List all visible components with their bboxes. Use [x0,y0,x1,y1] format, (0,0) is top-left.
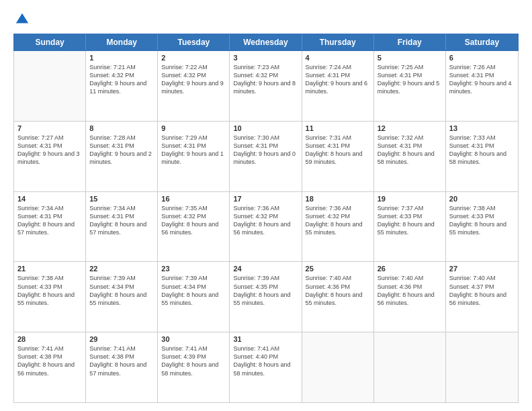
day-number: 30 [161,335,226,343]
cell-info: Sunrise: 7:34 AMSunset: 4:31 PMDaylight:… [17,204,82,237]
day-number: 29 [89,335,154,343]
day-number: 6 [449,54,515,62]
cell-info: Sunrise: 7:39 AMSunset: 4:34 PMDaylight:… [89,274,154,307]
day-number: 13 [449,124,515,132]
cal-cell-1-1 [14,51,86,121]
header [13,12,519,27]
day-number: 26 [378,265,442,273]
cal-cell-4-5: 25Sunrise: 7:40 AMSunset: 4:36 PMDayligh… [302,262,374,332]
calendar-body: 1Sunrise: 7:21 AMSunset: 4:32 PMDaylight… [13,51,519,403]
day-number: 27 [449,265,515,273]
header-cell-monday: Monday [86,34,158,50]
cell-info: Sunrise: 7:40 AMSunset: 4:36 PMDaylight:… [306,274,370,307]
cal-cell-1-5: 4Sunrise: 7:24 AMSunset: 4:31 PMDaylight… [302,51,374,121]
day-number: 22 [89,265,154,273]
cell-info: Sunrise: 7:29 AMSunset: 4:31 PMDaylight:… [161,134,226,167]
day-number: 14 [17,195,82,203]
cal-cell-5-4: 31Sunrise: 7:41 AMSunset: 4:40 PMDayligh… [230,332,302,402]
cal-cell-5-3: 30Sunrise: 7:41 AMSunset: 4:39 PMDayligh… [158,332,230,402]
page: SundayMondayTuesdayWednesdayThursdayFrid… [0,0,532,411]
day-number: 8 [89,124,154,132]
cell-info: Sunrise: 7:27 AMSunset: 4:31 PMDaylight:… [17,134,82,167]
cal-cell-1-4: 3Sunrise: 7:23 AMSunset: 4:32 PMDaylight… [230,51,302,121]
day-number: 23 [161,265,226,273]
cal-cell-3-6: 19Sunrise: 7:37 AMSunset: 4:33 PMDayligh… [374,192,446,262]
day-number: 15 [89,195,154,203]
header-cell-thursday: Thursday [302,34,374,50]
day-number: 3 [233,54,298,62]
day-number: 10 [233,124,298,132]
cal-cell-4-1: 21Sunrise: 7:38 AMSunset: 4:33 PMDayligh… [14,262,86,332]
day-number: 5 [378,54,442,62]
cell-info: Sunrise: 7:37 AMSunset: 4:33 PMDaylight:… [378,204,442,237]
cell-info: Sunrise: 7:22 AMSunset: 4:32 PMDaylight:… [161,63,226,96]
day-number: 4 [306,54,370,62]
cell-info: Sunrise: 7:26 AMSunset: 4:31 PMDaylight:… [449,63,515,96]
cell-info: Sunrise: 7:41 AMSunset: 4:38 PMDaylight:… [89,345,154,377]
header-cell-friday: Friday [374,34,446,50]
cal-cell-4-7: 27Sunrise: 7:40 AMSunset: 4:37 PMDayligh… [446,262,518,332]
header-cell-wednesday: Wednesday [230,34,302,50]
cal-cell-4-2: 22Sunrise: 7:39 AMSunset: 4:34 PMDayligh… [86,262,158,332]
cal-cell-2-5: 11Sunrise: 7:31 AMSunset: 4:31 PMDayligh… [302,122,374,191]
cal-cell-4-3: 23Sunrise: 7:39 AMSunset: 4:34 PMDayligh… [158,262,230,332]
cal-cell-2-2: 8Sunrise: 7:28 AMSunset: 4:31 PMDaylight… [86,122,158,191]
cal-cell-1-7: 6Sunrise: 7:26 AMSunset: 4:31 PMDaylight… [446,51,518,121]
header-cell-sunday: Sunday [14,34,86,50]
day-number: 28 [17,335,82,343]
week-row-3: 14Sunrise: 7:34 AMSunset: 4:31 PMDayligh… [14,192,518,263]
logo [13,12,30,27]
cell-info: Sunrise: 7:36 AMSunset: 4:32 PMDaylight:… [306,204,370,237]
cal-cell-2-3: 9Sunrise: 7:29 AMSunset: 4:31 PMDaylight… [158,122,230,191]
day-number: 21 [17,265,82,273]
cal-cell-5-7 [446,332,518,402]
cell-info: Sunrise: 7:34 AMSunset: 4:31 PMDaylight:… [89,204,154,237]
day-number: 11 [306,124,370,132]
cell-info: Sunrise: 7:24 AMSunset: 4:31 PMDaylight:… [306,63,370,96]
cal-cell-3-1: 14Sunrise: 7:34 AMSunset: 4:31 PMDayligh… [14,192,86,262]
week-row-2: 7Sunrise: 7:27 AMSunset: 4:31 PMDaylight… [14,122,518,192]
cell-info: Sunrise: 7:39 AMSunset: 4:35 PMDaylight:… [233,274,298,307]
calendar-header: SundayMondayTuesdayWednesdayThursdayFrid… [13,34,519,51]
cell-info: Sunrise: 7:28 AMSunset: 4:31 PMDaylight:… [89,134,154,167]
cal-cell-3-5: 18Sunrise: 7:36 AMSunset: 4:32 PMDayligh… [302,192,374,262]
cell-info: Sunrise: 7:30 AMSunset: 4:31 PMDaylight:… [233,134,298,167]
cal-cell-3-7: 20Sunrise: 7:38 AMSunset: 4:33 PMDayligh… [446,192,518,262]
cal-cell-3-4: 17Sunrise: 7:36 AMSunset: 4:32 PMDayligh… [230,192,302,262]
cell-info: Sunrise: 7:21 AMSunset: 4:32 PMDaylight:… [89,63,154,96]
cell-info: Sunrise: 7:31 AMSunset: 4:31 PMDaylight:… [306,134,370,167]
cell-info: Sunrise: 7:41 AMSunset: 4:38 PMDaylight:… [17,345,82,377]
cell-info: Sunrise: 7:41 AMSunset: 4:39 PMDaylight:… [161,345,226,377]
header-cell-tuesday: Tuesday [158,34,230,50]
day-number: 31 [233,335,298,343]
day-number: 2 [161,54,226,62]
cal-cell-2-1: 7Sunrise: 7:27 AMSunset: 4:31 PMDaylight… [14,122,86,191]
day-number: 25 [306,265,370,273]
cal-cell-3-3: 16Sunrise: 7:35 AMSunset: 4:32 PMDayligh… [158,192,230,262]
week-row-5: 28Sunrise: 7:41 AMSunset: 4:38 PMDayligh… [14,332,518,402]
cell-info: Sunrise: 7:35 AMSunset: 4:32 PMDaylight:… [161,204,226,237]
day-number: 20 [449,195,515,203]
cell-info: Sunrise: 7:33 AMSunset: 4:31 PMDaylight:… [449,134,515,167]
cal-cell-5-6 [374,332,446,402]
cell-info: Sunrise: 7:40 AMSunset: 4:36 PMDaylight:… [378,274,442,307]
cell-info: Sunrise: 7:23 AMSunset: 4:32 PMDaylight:… [233,63,298,96]
header-cell-saturday: Saturday [446,34,518,50]
day-number: 7 [17,124,82,132]
week-row-4: 21Sunrise: 7:38 AMSunset: 4:33 PMDayligh… [14,262,518,332]
cal-cell-3-2: 15Sunrise: 7:34 AMSunset: 4:31 PMDayligh… [86,192,158,262]
calendar: SundayMondayTuesdayWednesdayThursdayFrid… [13,34,519,403]
day-number: 16 [161,195,226,203]
day-number: 18 [306,195,370,203]
cell-info: Sunrise: 7:41 AMSunset: 4:40 PMDaylight:… [233,345,298,377]
cal-cell-2-6: 12Sunrise: 7:32 AMSunset: 4:31 PMDayligh… [374,122,446,191]
day-number: 1 [89,54,154,62]
cal-cell-1-6: 5Sunrise: 7:25 AMSunset: 4:31 PMDaylight… [374,51,446,121]
cal-cell-5-2: 29Sunrise: 7:41 AMSunset: 4:38 PMDayligh… [86,332,158,402]
cal-cell-2-7: 13Sunrise: 7:33 AMSunset: 4:31 PMDayligh… [446,122,518,191]
cal-cell-5-5 [302,332,374,402]
day-number: 24 [233,265,298,273]
cal-cell-1-2: 1Sunrise: 7:21 AMSunset: 4:32 PMDaylight… [86,51,158,121]
svg-marker-0 [16,13,28,24]
cal-cell-2-4: 10Sunrise: 7:30 AMSunset: 4:31 PMDayligh… [230,122,302,191]
